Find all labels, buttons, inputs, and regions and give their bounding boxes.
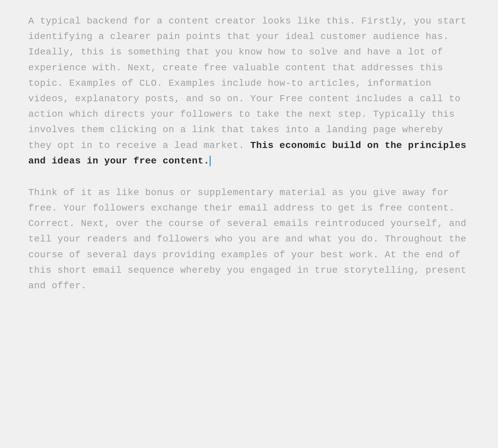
content-area: A typical backend for a content creator … — [0, 0, 498, 330]
paragraph-1: A typical backend for a content creator … — [28, 13, 470, 169]
paragraph-2: Think of it as like bonus or supplementa… — [28, 185, 470, 294]
paragraph-2-text: Think of it as like bonus or supplementa… — [28, 187, 466, 291]
paragraph-1-normal-text: A typical backend for a content creator … — [28, 16, 466, 151]
text-cursor — [210, 156, 211, 166]
